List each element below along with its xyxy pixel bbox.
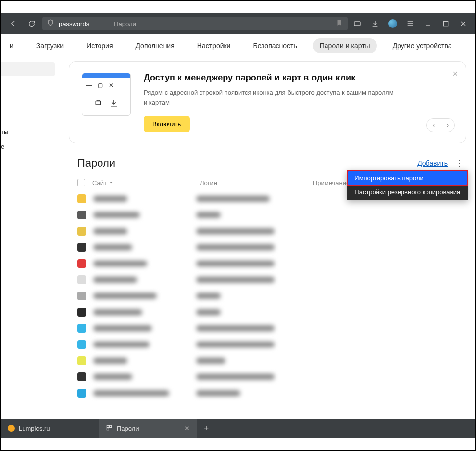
table-row[interactable] bbox=[77, 223, 457, 239]
context-menu: Импортировать пароли Настройки резервног… bbox=[347, 170, 468, 200]
promo-pager[interactable]: ‹ › bbox=[426, 118, 455, 132]
password-list bbox=[69, 190, 466, 401]
tab-title: Пароли bbox=[117, 425, 139, 432]
nav-tab-passwords[interactable]: Пароли и карты bbox=[313, 38, 377, 53]
browser-tab-bar: Lumpics.ru Пароли ✕ + bbox=[1, 419, 475, 438]
tab-favicon bbox=[8, 425, 15, 432]
security-shield-icon bbox=[47, 19, 54, 28]
sidebar-active-block[interactable] bbox=[1, 62, 55, 76]
chevron-right-icon[interactable]: › bbox=[447, 122, 449, 129]
svg-rect-5 bbox=[107, 428, 109, 430]
menu-import-passwords[interactable]: Импортировать пароли bbox=[348, 171, 467, 185]
nav-tab-downloads[interactable]: Загрузки bbox=[29, 38, 71, 53]
back-button[interactable] bbox=[5, 16, 22, 31]
nav-tab-history[interactable]: История bbox=[79, 38, 120, 53]
table-row[interactable] bbox=[77, 336, 457, 352]
browser-tab[interactable]: Lumpics.ru bbox=[1, 419, 99, 438]
browser-tab-active[interactable]: Пароли ✕ bbox=[99, 419, 197, 438]
table-row[interactable] bbox=[77, 352, 457, 369]
nav-tab-security[interactable]: Безопасность bbox=[246, 38, 303, 53]
new-tab-button[interactable]: + bbox=[197, 419, 216, 438]
svg-rect-0 bbox=[354, 22, 360, 26]
extension-icon[interactable] bbox=[350, 16, 365, 31]
section-header: Пароли Добавить ⋮ Импортировать пароли Н… bbox=[77, 157, 466, 170]
reload-button[interactable] bbox=[24, 16, 40, 31]
col-login[interactable]: Логин bbox=[200, 179, 313, 186]
table-row[interactable] bbox=[77, 304, 457, 320]
main-content: × — ▢ ✕ Доступ к менеджеру паролей и кар… bbox=[60, 57, 475, 411]
sidebar-item[interactable]: е bbox=[1, 139, 60, 154]
svg-rect-1 bbox=[443, 21, 448, 26]
sidebar-item[interactable]: ты bbox=[1, 124, 60, 139]
svg-rect-4 bbox=[110, 425, 112, 427]
downloads-icon[interactable] bbox=[367, 16, 383, 31]
url-text: passwords bbox=[59, 20, 89, 27]
settings-nav: и Загрузки История Дополнения Настройки … bbox=[1, 34, 475, 57]
svg-rect-3 bbox=[107, 425, 109, 427]
promo-body: Доступ к менеджеру паролей и карт в один… bbox=[144, 73, 399, 132]
promo-card: × — ▢ ✕ Доступ к менеджеру паролей и кар… bbox=[69, 61, 466, 143]
nav-tab-0[interactable]: и bbox=[10, 38, 21, 53]
more-menu-icon[interactable]: ⋮ bbox=[452, 159, 466, 168]
close-window-icon[interactable] bbox=[455, 16, 471, 31]
select-all-checkbox[interactable] bbox=[77, 179, 85, 186]
tab-close-icon[interactable]: ✕ bbox=[184, 425, 190, 432]
maximize-window-icon[interactable] bbox=[438, 16, 453, 31]
table-row[interactable] bbox=[77, 288, 457, 304]
minimize-window-icon[interactable] bbox=[420, 16, 436, 31]
svg-rect-2 bbox=[96, 101, 101, 105]
col-site[interactable]: Сайт bbox=[92, 179, 200, 186]
content-layout: ты е × — ▢ ✕ Доступ к менеджеру паролей … bbox=[1, 57, 475, 411]
address-bar[interactable]: passwords Пароли bbox=[42, 17, 348, 30]
table-row[interactable] bbox=[77, 255, 457, 271]
menu-icon[interactable] bbox=[402, 16, 418, 31]
profile-avatar-icon[interactable] bbox=[385, 16, 401, 31]
nav-tab-addons[interactable]: Дополнения bbox=[128, 38, 181, 53]
table-row[interactable] bbox=[77, 207, 457, 223]
tab-title: Lumpics.ru bbox=[19, 425, 50, 432]
tab-passwords-icon bbox=[106, 424, 113, 433]
promo-enable-button[interactable]: Включить bbox=[144, 116, 190, 132]
chevron-left-icon[interactable]: ‹ bbox=[433, 122, 435, 129]
sidebar: ты е bbox=[1, 57, 60, 411]
browser-toolbar: passwords Пароли bbox=[1, 13, 475, 34]
menu-backup-settings[interactable]: Настройки резервного копирования bbox=[348, 185, 467, 199]
table-row[interactable] bbox=[77, 369, 457, 385]
nav-tab-devices[interactable]: Другие устройства bbox=[386, 38, 459, 53]
url-page-title: Пароли bbox=[114, 20, 136, 27]
table-row[interactable] bbox=[77, 271, 457, 288]
add-password-link[interactable]: Добавить bbox=[417, 159, 448, 167]
promo-illustration: — ▢ ✕ bbox=[82, 73, 131, 116]
promo-close-icon[interactable]: × bbox=[452, 69, 458, 79]
promo-title: Доступ к менеджеру паролей и карт в один… bbox=[144, 73, 399, 83]
bookmark-icon[interactable] bbox=[336, 19, 343, 28]
promo-text: Рядом с адресной строкой появится иконка… bbox=[144, 88, 399, 107]
table-row[interactable] bbox=[77, 320, 457, 336]
table-row[interactable] bbox=[77, 239, 457, 255]
section-title: Пароли bbox=[77, 157, 115, 170]
nav-tab-settings[interactable]: Настройки bbox=[190, 38, 238, 53]
table-row[interactable] bbox=[77, 385, 457, 401]
